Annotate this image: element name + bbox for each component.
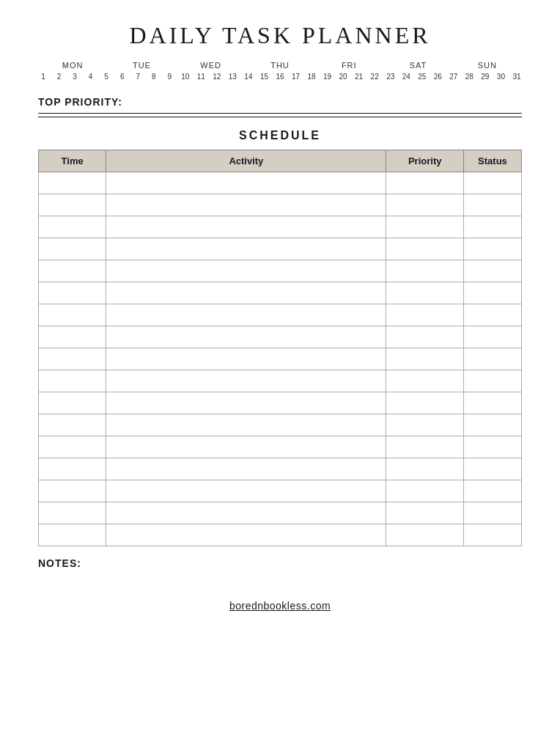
- date-29: 29: [480, 73, 490, 81]
- time-cell[interactable]: [39, 458, 106, 480]
- table-row[interactable]: [39, 326, 522, 348]
- status-cell[interactable]: [463, 458, 521, 480]
- status-cell[interactable]: [463, 238, 521, 260]
- date-26: 26: [432, 73, 443, 81]
- time-cell[interactable]: [39, 260, 106, 282]
- status-cell[interactable]: [463, 348, 521, 370]
- priority-cell[interactable]: [386, 370, 463, 392]
- date-18: 18: [306, 73, 317, 81]
- status-cell[interactable]: [463, 282, 521, 304]
- activity-cell[interactable]: [106, 194, 386, 216]
- time-cell[interactable]: [39, 370, 106, 392]
- notes-section: NOTES:: [38, 557, 522, 570]
- table-row[interactable]: [39, 304, 522, 326]
- time-cell[interactable]: [39, 436, 106, 458]
- activity-cell[interactable]: [106, 260, 386, 282]
- date-11: 11: [196, 73, 206, 81]
- status-cell[interactable]: [463, 216, 521, 238]
- status-cell[interactable]: [463, 260, 521, 282]
- priority-cell[interactable]: [386, 260, 463, 282]
- status-cell[interactable]: [463, 304, 521, 326]
- time-cell[interactable]: [39, 326, 106, 348]
- priority-cell[interactable]: [386, 304, 463, 326]
- page: DAILY TASK PLANNER MON TUE WED THU FRI S…: [23, 0, 537, 751]
- activity-cell[interactable]: [106, 392, 386, 414]
- priority-cell[interactable]: [386, 524, 463, 546]
- activity-cell[interactable]: [106, 238, 386, 260]
- date-31: 31: [512, 73, 522, 81]
- status-cell[interactable]: [463, 194, 521, 216]
- priority-cell[interactable]: [386, 458, 463, 480]
- status-cell[interactable]: [463, 436, 521, 458]
- time-cell[interactable]: [39, 502, 106, 524]
- activity-cell[interactable]: [106, 480, 386, 502]
- time-cell[interactable]: [39, 480, 106, 502]
- time-cell[interactable]: [39, 392, 106, 414]
- table-row[interactable]: [39, 502, 522, 524]
- status-cell[interactable]: [463, 172, 521, 194]
- priority-cell[interactable]: [386, 216, 463, 238]
- table-row[interactable]: [39, 524, 522, 546]
- table-row[interactable]: [39, 436, 522, 458]
- priority-cell[interactable]: [386, 502, 463, 524]
- calendar-section: MON TUE WED THU FRI SAT SUN 1 2 3 4 5 6 …: [38, 61, 522, 81]
- priority-cell[interactable]: [386, 392, 463, 414]
- page-title: DAILY TASK PLANNER: [38, 22, 522, 49]
- table-row[interactable]: [39, 458, 522, 480]
- activity-cell[interactable]: [106, 414, 386, 436]
- date-30: 30: [495, 73, 506, 81]
- priority-cell[interactable]: [386, 436, 463, 458]
- time-cell[interactable]: [39, 282, 106, 304]
- status-cell[interactable]: [463, 480, 521, 502]
- table-row[interactable]: [39, 282, 522, 304]
- time-cell[interactable]: [39, 216, 106, 238]
- table-row[interactable]: [39, 260, 522, 282]
- activity-cell[interactable]: [106, 304, 386, 326]
- status-cell[interactable]: [463, 502, 521, 524]
- status-cell[interactable]: [463, 414, 521, 436]
- date-4: 4: [86, 73, 96, 81]
- table-row[interactable]: [39, 194, 522, 216]
- website-link[interactable]: borednbookless.com: [229, 600, 331, 612]
- priority-cell[interactable]: [386, 172, 463, 194]
- table-row[interactable]: [39, 348, 522, 370]
- table-row[interactable]: [39, 238, 522, 260]
- table-row[interactable]: [39, 172, 522, 194]
- time-cell[interactable]: [39, 414, 106, 436]
- activity-cell[interactable]: [106, 436, 386, 458]
- priority-cell[interactable]: [386, 326, 463, 348]
- activity-cell[interactable]: [106, 216, 386, 238]
- table-row[interactable]: [39, 370, 522, 392]
- table-row[interactable]: [39, 216, 522, 238]
- status-cell[interactable]: [463, 524, 521, 546]
- priority-cell[interactable]: [386, 414, 463, 436]
- time-cell[interactable]: [39, 304, 106, 326]
- activity-cell[interactable]: [106, 282, 386, 304]
- activity-cell[interactable]: [106, 524, 386, 546]
- col-header-activity: Activity: [106, 150, 386, 172]
- priority-cell[interactable]: [386, 348, 463, 370]
- time-cell[interactable]: [39, 348, 106, 370]
- status-cell[interactable]: [463, 326, 521, 348]
- status-cell[interactable]: [463, 370, 521, 392]
- priority-cell[interactable]: [386, 480, 463, 502]
- activity-cell[interactable]: [106, 502, 386, 524]
- time-cell[interactable]: [39, 172, 106, 194]
- time-cell[interactable]: [39, 194, 106, 216]
- date-3: 3: [70, 73, 80, 81]
- time-cell[interactable]: [39, 524, 106, 546]
- activity-cell[interactable]: [106, 172, 386, 194]
- priority-cell[interactable]: [386, 238, 463, 260]
- activity-cell[interactable]: [106, 458, 386, 480]
- date-2: 2: [54, 73, 65, 81]
- activity-cell[interactable]: [106, 326, 386, 348]
- table-row[interactable]: [39, 480, 522, 502]
- priority-cell[interactable]: [386, 194, 463, 216]
- activity-cell[interactable]: [106, 370, 386, 392]
- priority-cell[interactable]: [386, 282, 463, 304]
- time-cell[interactable]: [39, 238, 106, 260]
- activity-cell[interactable]: [106, 348, 386, 370]
- status-cell[interactable]: [463, 392, 521, 414]
- table-row[interactable]: [39, 414, 522, 436]
- table-row[interactable]: [39, 392, 522, 414]
